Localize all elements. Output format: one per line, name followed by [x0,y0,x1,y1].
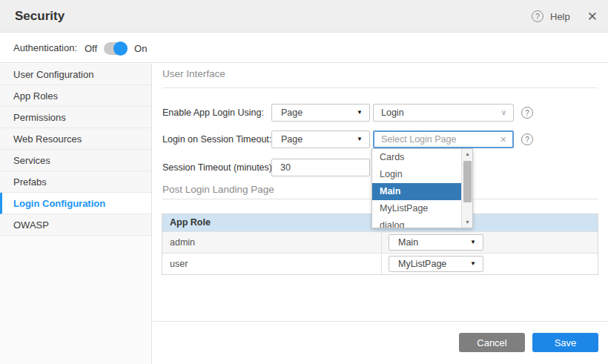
select-value: MyListPage [398,257,446,271]
authentication-row: Authentication: Off On [0,33,608,63]
select-arrow-icon: ▼ [357,131,363,148]
session-timeout-input[interactable] [271,159,370,176]
landing-page-select-user[interactable]: MyListPage ▼ [389,256,483,272]
column-divider [381,232,382,253]
footer-divider [153,321,608,322]
clear-icon[interactable]: × [500,132,506,147]
table-row: admin Main ▼ [162,231,598,253]
chevron-down-icon: ∨ [501,105,506,121]
sidebar-item-user-configuration[interactable]: User Configuration [0,64,151,85]
sidebar-item-app-roles[interactable]: App Roles [0,85,151,107]
question-mark-glyph: ? [535,13,540,21]
select-arrow-icon: ▼ [470,235,476,250]
save-button[interactable]: Save [532,333,598,352]
toggle-on-label: On [134,43,147,54]
cancel-button[interactable]: Cancel [459,333,525,352]
enable-app-login-type-select[interactable]: Page ▼ [271,104,370,122]
scrollbar-thumb[interactable] [463,161,472,202]
dropdown-option-cards[interactable]: Cards [372,149,461,166]
table-row: user MyListPage ▼ [162,253,598,274]
dropdown-option-mylistpage[interactable]: MyListPage [372,200,461,217]
security-dialog: Security ? Help ✕ Authentication: Off On… [0,0,608,364]
sidebar-item-web-resources[interactable]: Web Resources [0,128,151,150]
sidebar-item-services[interactable]: Services [0,150,151,171]
dropdown-scrollbar[interactable]: ▲ ▼ [461,149,472,228]
login-on-timeout-row: Login on Session Timeout: Page ▼ Select … [153,130,608,148]
enable-app-login-label: Enable App Login Using: [162,104,264,122]
combo-value: Login [381,105,404,121]
scroll-down-icon[interactable]: ▼ [462,217,473,228]
authentication-label: Authentication: [13,42,77,53]
role-cell: admin [170,232,195,254]
dropdown-option-main-highlighted[interactable]: Main [372,183,461,200]
section-heading-user-interface: User Interface [162,68,225,79]
help-icon[interactable]: ? [521,107,533,119]
login-page-dropdown: Cards Login Main MyListPage dialog ▲ ▼ [371,148,473,228]
dropdown-option-login[interactable]: Login [372,166,461,183]
session-timeout-label: Session Timeout (minutes): [162,159,274,176]
help-icon[interactable]: ? [521,133,533,145]
page-title: Security [15,9,65,24]
help-link[interactable]: Help [550,11,570,22]
help-icon[interactable]: ? [532,10,543,22]
select-value: Main [398,235,418,250]
section-divider [162,87,598,88]
question-mark-glyph: ? [525,109,529,117]
dialog-header: Security ? Help ✕ [0,0,608,33]
toggle-off-label: Off [85,43,97,54]
section-heading-post-login: Post Login Landing Page [162,184,274,195]
close-icon[interactable]: ✕ [587,10,598,23]
sidebar-item-login-configuration[interactable]: Login Configuration [0,193,151,214]
question-mark-glyph: ? [525,136,529,144]
toggle-knob [113,42,128,56]
login-page-combo[interactable]: Login ∨ [373,104,514,122]
login-on-timeout-label: Login on Session Timeout: [162,130,271,148]
login-on-timeout-type-select[interactable]: Page ▼ [271,130,370,148]
select-arrow-icon: ▼ [470,257,476,271]
input-placeholder: Select Login Page [381,132,456,147]
column-divider [381,254,382,274]
sidebar-item-prefabs[interactable]: Prefabs [0,171,151,193]
select-value: Page [281,131,303,148]
select-value: Page [281,105,303,121]
role-cell: user [170,254,188,275]
select-login-page-input[interactable]: Select Login Page × [373,130,514,148]
sidebar-item-owasp[interactable]: OWASP [0,214,151,236]
sidebar: User Configuration App Roles Permissions… [0,64,152,364]
enable-app-login-row: Enable App Login Using: Page ▼ Login ∨ ? [153,104,608,122]
sidebar-item-permissions[interactable]: Permissions [0,107,151,128]
landing-page-select-admin[interactable]: Main ▼ [389,234,483,251]
scroll-up-icon[interactable]: ▲ [462,149,473,159]
authentication-toggle[interactable] [104,42,128,55]
main-panel: User Interface Enable App Login Using: P… [153,63,608,364]
select-arrow-icon: ▼ [357,105,363,121]
dropdown-option-dialog[interactable]: dialog [372,217,461,228]
